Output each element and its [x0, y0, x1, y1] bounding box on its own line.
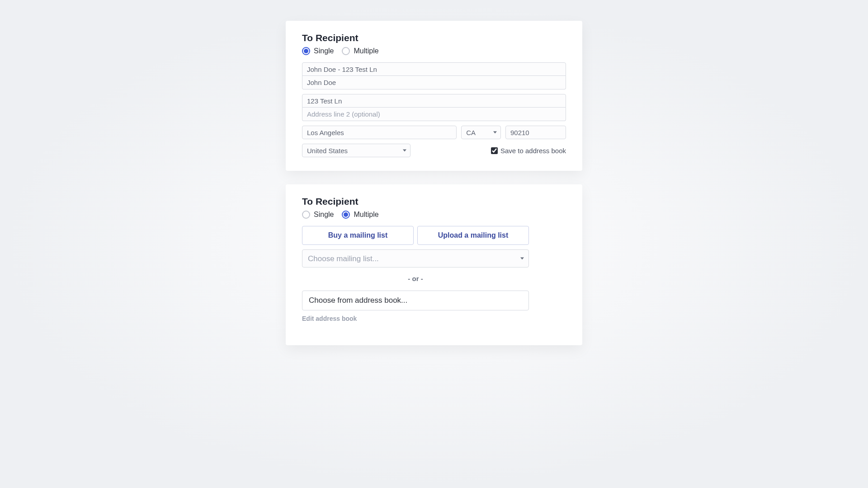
- radio-multiple-label: Multiple: [354, 47, 378, 55]
- upload-mailing-list-button[interactable]: Upload a mailing list: [417, 226, 529, 245]
- address-line1-input[interactable]: [302, 94, 566, 108]
- edit-address-book-link[interactable]: Edit address book: [302, 315, 357, 322]
- buy-mailing-list-button[interactable]: Buy a mailing list: [302, 226, 414, 245]
- recipient-single-card: To Recipient Single Multiple: [286, 21, 582, 171]
- choose-address-book-label: Choose from address book...: [309, 296, 407, 305]
- section-title: To Recipient: [302, 196, 566, 207]
- address-line2-input[interactable]: [302, 108, 566, 121]
- radio-multiple-label: Multiple: [354, 211, 378, 219]
- radio-icon: [302, 211, 310, 219]
- recipient-name-input[interactable]: [302, 76, 566, 89]
- recipient-mode-radio-group: Single Multiple: [302, 47, 566, 55]
- save-address-label: Save to address book: [500, 147, 566, 155]
- city-input[interactable]: [302, 126, 457, 139]
- radio-multiple[interactable]: Multiple: [342, 47, 378, 55]
- choose-address-book-button[interactable]: Choose from address book...: [302, 291, 529, 310]
- radio-icon: [342, 211, 350, 219]
- recipient-multiple-card: To Recipient Single Multiple Buy a maili…: [286, 184, 582, 345]
- recipient-search-input[interactable]: [302, 62, 566, 76]
- or-separator: - or -: [302, 275, 529, 282]
- radio-multiple[interactable]: Multiple: [342, 211, 378, 219]
- recipient-mode-radio-group: Single Multiple: [302, 211, 566, 219]
- radio-icon: [342, 47, 350, 55]
- radio-single-label: Single: [314, 211, 334, 219]
- radio-single[interactable]: Single: [302, 47, 334, 55]
- radio-single[interactable]: Single: [302, 211, 334, 219]
- state-select[interactable]: CA: [461, 126, 501, 139]
- save-address-checkbox[interactable]: [491, 147, 498, 154]
- country-select[interactable]: United States: [302, 144, 410, 157]
- mailing-list-select[interactable]: Choose mailing list...: [302, 249, 529, 267]
- section-title: To Recipient: [302, 33, 566, 43]
- radio-single-label: Single: [314, 47, 334, 55]
- zip-input[interactable]: [505, 126, 566, 139]
- radio-icon: [302, 47, 310, 55]
